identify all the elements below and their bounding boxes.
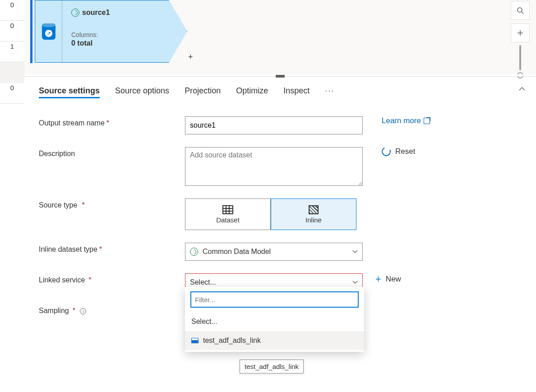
left-rail: 0 0 1 0 bbox=[0, 0, 24, 109]
rail-cell[interactable] bbox=[0, 62, 24, 83]
rail-cell[interactable]: 0 bbox=[0, 0, 24, 21]
dropdown-filter-input[interactable] bbox=[190, 291, 359, 308]
database-icon: ↗ bbox=[42, 23, 55, 40]
cdm-icon bbox=[71, 9, 79, 17]
source-type-inline[interactable]: Inline bbox=[271, 198, 356, 230]
settings-tabs: Source settings Source options Projectio… bbox=[24, 77, 536, 106]
svg-line-1 bbox=[522, 12, 523, 14]
rail-cell[interactable]: 0 bbox=[0, 83, 24, 104]
description-input[interactable] bbox=[185, 147, 363, 186]
search-icon bbox=[517, 7, 524, 14]
description-label: Description bbox=[39, 147, 185, 158]
inline-dataset-type-select[interactable]: Common Data Model bbox=[185, 243, 363, 261]
learn-more-link[interactable]: Learn more bbox=[382, 116, 430, 125]
inline-icon bbox=[309, 205, 319, 214]
chevron-up-icon bbox=[519, 87, 525, 91]
selection-strip bbox=[30, 0, 32, 63]
cdm-icon bbox=[190, 248, 198, 256]
dropdown-item-placeholder[interactable]: Select... bbox=[185, 312, 364, 331]
linked-service-dropdown: Select... test_adf_adls_link bbox=[185, 287, 364, 352]
collapse-panel-button[interactable] bbox=[519, 87, 525, 91]
external-link-icon bbox=[424, 118, 430, 124]
rail-cell[interactable]: 0 bbox=[0, 21, 24, 42]
columns-count: 0 total bbox=[71, 39, 180, 47]
new-linked-service-button[interactable]: + New bbox=[375, 273, 401, 285]
linked-service-icon bbox=[191, 338, 199, 343]
flow-canvas[interactable]: ↗ source1 Columns: 0 total + bbox=[24, 0, 536, 77]
linked-service-label: Linked service* bbox=[39, 273, 185, 284]
svg-point-0 bbox=[518, 8, 522, 12]
source-node[interactable]: ↗ source1 Columns: 0 total bbox=[35, 0, 187, 63]
tab-optimize[interactable]: Optimize bbox=[236, 83, 268, 98]
chevron-down-icon bbox=[352, 250, 358, 254]
dataset-icon bbox=[222, 205, 233, 214]
rail-cell[interactable]: 1 bbox=[0, 42, 24, 62]
tab-source-settings[interactable]: Source settings bbox=[39, 83, 100, 98]
zoom-in-button[interactable] bbox=[511, 23, 530, 42]
tab-overflow[interactable]: ··· bbox=[325, 86, 334, 96]
zoom-track[interactable] bbox=[519, 45, 521, 70]
search-button[interactable] bbox=[511, 1, 530, 20]
sampling-label: Sampling* i bbox=[39, 304, 185, 315]
resize-handle[interactable] bbox=[276, 75, 285, 78]
plus-icon: + bbox=[375, 273, 381, 285]
output-stream-label: Output stream name* bbox=[39, 116, 185, 127]
source-type-toggle: Dataset Inline bbox=[185, 198, 356, 230]
tab-source-options[interactable]: Source options bbox=[115, 83, 169, 98]
columns-label: Columns: bbox=[71, 31, 180, 38]
arrow-icon: ↗ bbox=[45, 30, 52, 37]
tab-inspect[interactable]: Inspect bbox=[283, 83, 310, 98]
node-title: source1 bbox=[82, 9, 110, 17]
output-stream-input[interactable] bbox=[185, 116, 363, 134]
tooltip: test_adf_adls_link bbox=[240, 360, 304, 374]
source-type-label: Source type* bbox=[39, 198, 185, 209]
add-step-button[interactable]: + bbox=[188, 52, 193, 62]
dropdown-item-service[interactable]: test_adf_adls_link bbox=[185, 331, 364, 350]
tab-projection[interactable]: Projection bbox=[185, 83, 221, 98]
info-icon[interactable]: i bbox=[80, 308, 86, 314]
reset-button[interactable]: Reset bbox=[382, 147, 415, 156]
inline-dataset-type-label: Inline dataset type* bbox=[39, 243, 185, 254]
source-type-dataset[interactable]: Dataset bbox=[185, 198, 271, 230]
node-icon-col: ↗ bbox=[35, 0, 62, 62]
reset-icon bbox=[380, 146, 392, 157]
chevron-down-icon bbox=[352, 281, 358, 284]
plus-icon bbox=[517, 29, 524, 37]
